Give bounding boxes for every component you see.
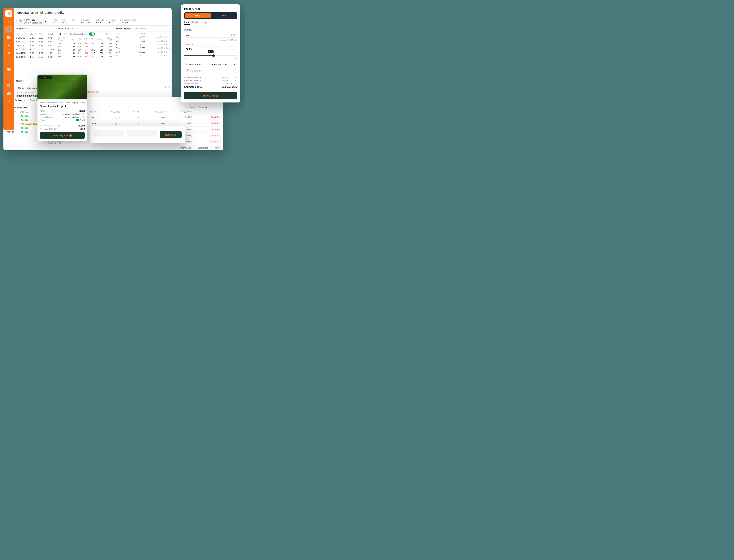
trades-table: PRICE QUANTITY 5.428,000Jan 16 at 12:285… (114, 32, 172, 58)
slider-min: 4.9 (184, 58, 187, 60)
markets-table: PAIR BID ASK LAST CET/USD5.365.635.42SAN… (14, 32, 56, 59)
stat-ask: Ask 5.63 (72, 19, 76, 24)
place-bid-button[interactable]: Place My Bid 🎯 (40, 132, 85, 139)
mitigation-label: Mitigation Type (40, 113, 53, 115)
sidebar-icon-trending[interactable]: 📈 (5, 66, 12, 73)
date-selector[interactable]: 📅 Select date (184, 68, 237, 73)
ob-grid-icon[interactable]: ⊞ (106, 33, 108, 35)
sidebar-icon-settings[interactable]: ⚙ (5, 98, 12, 105)
available-balance-label: Available Balance (184, 76, 201, 79)
estimated-total-row: Estimated Total 61,867.8 USD (184, 85, 237, 88)
market-dropdown-chevron[interactable]: ▾ (66, 11, 67, 14)
slider-fill (184, 55, 213, 56)
markets-title: Markets (16, 27, 25, 30)
news-close-icon[interactable]: × (23, 80, 24, 82)
order-type-market[interactable]: Market (192, 21, 199, 25)
quantity-sub-text: ≈ 12,000 tCo2 of CET (181, 38, 240, 41)
ob-col-cumul: Cumul. (96, 37, 105, 42)
slider-tooltip: 5.13 (208, 50, 214, 53)
market-row[interactable]: GN2/USD5.616.135.87 (15, 44, 56, 47)
cancel-order-button[interactable]: CANCEL (209, 128, 221, 131)
offer-price-value: $5.6 (81, 128, 85, 131)
buy-button[interactable]: Buy (185, 13, 211, 18)
trade-row: 5.595,000Jan 11 at 2:46 (114, 47, 171, 50)
retire-card: Retire 🍂 (90, 126, 185, 143)
retire-button[interactable]: Retire 🍂 (160, 131, 182, 138)
sectoral-label: Sectoral Scope (40, 116, 53, 118)
markets-panel-header: Markets × (14, 26, 56, 32)
asset-row: Asset CET (40, 110, 85, 112)
market-row[interactable]: CET/USD5.365.635.42 (15, 36, 56, 40)
order-book-panel: Order Book × L3 L2 Show Resting Orders ⊞… (56, 26, 114, 78)
sidebar-icon-analytics[interactable]: 📉 (5, 90, 12, 97)
markets-panel: Markets × PAIR BID ASK LAST CET/USD5.365… (14, 26, 56, 78)
order-type-stop[interactable]: Stop (202, 21, 207, 25)
sidebar-icon-grid[interactable]: ◈ (5, 42, 12, 49)
tif-selector[interactable]: ⏱ Time In Force: Good Till Date ▾ (184, 62, 237, 67)
ob-row: 25k4K5.205.7410K21K25k (57, 49, 113, 51)
trades-col-time (147, 32, 171, 35)
chart-settings-icon[interactable]: ⚙ (164, 86, 167, 88)
market-row[interactable]: SAN/USD5.425.815.64 (15, 40, 56, 43)
about-link[interactable]: About (215, 147, 220, 149)
sectoral-value: Energy distribution + (64, 116, 85, 118)
ob-tab-l2[interactable]: L2 (64, 33, 68, 36)
cancel-order-button[interactable]: CANCEL (209, 134, 221, 137)
open-orders-tab-close[interactable]: × (24, 99, 25, 102)
retire-btn-icon: 🍂 (173, 133, 176, 136)
slider-thumb[interactable] (212, 54, 215, 57)
sell-button[interactable]: Sell (211, 13, 237, 18)
sidebar-icon-chart[interactable]: 📊 (5, 34, 12, 41)
project-name: Green Lands Project (40, 105, 85, 108)
retire-field-1 (94, 130, 124, 137)
unit-price-label: Unit Price (184, 43, 237, 46)
show-resting-toggle[interactable] (89, 33, 95, 36)
market-trades-panel: Market Trades Other Trades PRICE QUANTIT… (114, 26, 172, 78)
sidebar-icon-exchange[interactable]: 🌐 (5, 26, 12, 33)
news-title: News (16, 80, 22, 82)
orders-search-input[interactable] (187, 105, 221, 109)
user-guide-link[interactable]: User Guide (180, 147, 191, 149)
page-title: Spot Exchange (17, 11, 38, 14)
cancel-order-button[interactable]: CANCEL (209, 122, 221, 125)
ob-row: 21K9K5.295.693K11K21K (57, 45, 113, 48)
price-slider-container[interactable]: 5.13 4.9 5.8 (181, 53, 240, 61)
cancel-order-button[interactable]: CANCEL (209, 116, 221, 119)
asset-value: CET (80, 110, 85, 112)
available-qty-row: Available Qty (tCO2) ⓘ 40,000 (40, 124, 85, 127)
ob-tab-l3[interactable]: L3 (58, 33, 62, 36)
orders-sidebar-row[interactable]: 213786ACTIVE (6, 130, 43, 134)
order-book-close-icon[interactable]: × (72, 28, 73, 30)
market-row[interactable]: HOT/USD10.0011.0912.00 (15, 48, 56, 51)
sidebar-icon-cart[interactable]: 🛒 (5, 74, 12, 81)
trades-col-qty: QUANTITY (128, 32, 147, 35)
market-row[interactable]: GNB/USD1.183.372.35 (15, 55, 56, 59)
available-balance-value: 845,386.00 USD (222, 76, 237, 79)
quantity-input-container[interactable]: 12 Lots (184, 32, 237, 38)
ob-list-icon[interactable]: ☰ (110, 33, 112, 35)
markets-col-ask: ASK (37, 32, 46, 36)
stat-24h-low: 24h Low 5.16 (108, 19, 116, 24)
trades-panel-header: Market Trades Other Trades (114, 26, 172, 32)
tif-chevron: ▾ (234, 63, 235, 66)
show-resting-label: Show Resting Orders (69, 33, 87, 35)
sidebar-icon-settings2[interactable]: 🔧 (5, 58, 12, 65)
cancel-order-button[interactable]: CANCEL (209, 140, 221, 143)
order-type-limit[interactable]: Limit (184, 21, 190, 25)
other-trades-tab[interactable]: Other Trades (134, 28, 146, 30)
pair-selector[interactable]: C CET/USD CORSIA Eligible Tonne ▾ (16, 18, 48, 25)
market-row[interactable]: GNA/USD0.852.821.79 (15, 51, 56, 55)
sidebar-expand-icon[interactable]: » (7, 20, 11, 24)
sidebar-logo[interactable]: K (5, 10, 12, 17)
sidebar-icon-layers[interactable]: ⊞ (5, 50, 12, 57)
available-balance-row: Available Balance 845,386.00 USD (184, 76, 237, 79)
place-order-button[interactable]: Place Order (184, 92, 237, 99)
legal-docs-link[interactable]: Legal Docs (198, 147, 208, 149)
price-slider[interactable] (184, 55, 237, 56)
sidebar-icon-refresh[interactable]: 🔄 (5, 82, 12, 89)
col-action (195, 111, 223, 114)
markets-close-icon[interactable]: × (26, 28, 27, 30)
trades-col-price: PRICE (114, 32, 128, 35)
chart-expand-icon[interactable]: ⊡ (168, 86, 170, 88)
col-filled: FILLED (123, 111, 142, 114)
